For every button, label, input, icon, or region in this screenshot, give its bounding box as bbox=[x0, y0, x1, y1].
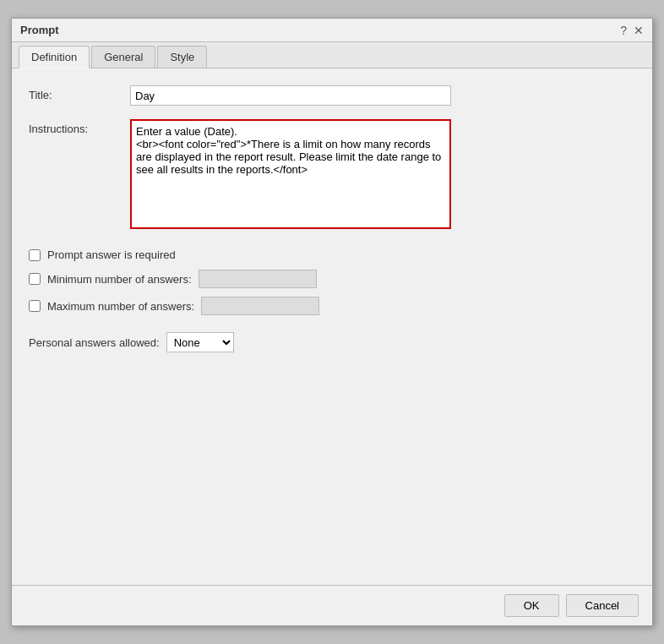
prompt-required-label: Prompt answer is required bbox=[47, 248, 176, 261]
tab-bar: Definition General Style bbox=[12, 42, 652, 68]
tab-definition[interactable]: Definition bbox=[19, 46, 90, 68]
dialog-footer: OK Cancel bbox=[12, 585, 652, 625]
prompt-required-row: Prompt answer is required bbox=[29, 248, 635, 261]
close-icon[interactable]: ✕ bbox=[634, 25, 644, 36]
instructions-row: Instructions: Enter a value (Date). <br>… bbox=[29, 119, 635, 232]
maximum-answers-checkbox[interactable] bbox=[29, 300, 41, 312]
prompt-dialog: Prompt ? ✕ Definition General Style Titl… bbox=[11, 18, 653, 626]
tab-general[interactable]: General bbox=[91, 46, 155, 68]
checkboxes-section: Prompt answer is required Minimum number… bbox=[29, 248, 635, 315]
cancel-button[interactable]: Cancel bbox=[566, 594, 639, 617]
dialog-body: Title: Instructions: Enter a value (Date… bbox=[12, 68, 652, 585]
title-row: Title: bbox=[29, 85, 635, 106]
title-label: Title: bbox=[29, 85, 122, 101]
help-icon[interactable]: ? bbox=[620, 25, 627, 36]
instructions-input[interactable]: Enter a value (Date). <br><font color="r… bbox=[130, 119, 451, 229]
title-input[interactable] bbox=[130, 85, 451, 106]
titlebar-icons: ? ✕ bbox=[620, 25, 644, 36]
instructions-label: Instructions: bbox=[29, 119, 122, 135]
minimum-answers-input[interactable] bbox=[199, 270, 317, 288]
title-input-wrap bbox=[130, 85, 635, 106]
tab-style[interactable]: Style bbox=[157, 46, 207, 68]
dialog-titlebar: Prompt ? ✕ bbox=[12, 19, 652, 42]
minimum-answers-label: Minimum number of answers: bbox=[47, 273, 192, 286]
maximum-answers-input[interactable] bbox=[201, 297, 319, 315]
ok-button[interactable]: OK bbox=[504, 594, 559, 617]
maximum-answers-row: Maximum number of answers: bbox=[29, 297, 635, 315]
minimum-answers-checkbox[interactable] bbox=[29, 273, 41, 285]
instructions-input-wrap: Enter a value (Date). <br><font color="r… bbox=[130, 119, 635, 232]
personal-answers-row: Personal answers allowed: None Optional … bbox=[29, 332, 635, 352]
minimum-answers-row: Minimum number of answers: bbox=[29, 270, 635, 288]
dialog-title: Prompt bbox=[20, 24, 59, 36]
prompt-required-checkbox[interactable] bbox=[29, 249, 41, 261]
maximum-answers-label: Maximum number of answers: bbox=[47, 300, 194, 313]
personal-answers-select[interactable]: None Optional Required bbox=[166, 332, 234, 352]
body-spacer bbox=[29, 366, 635, 568]
personal-answers-label: Personal answers allowed: bbox=[29, 336, 160, 349]
